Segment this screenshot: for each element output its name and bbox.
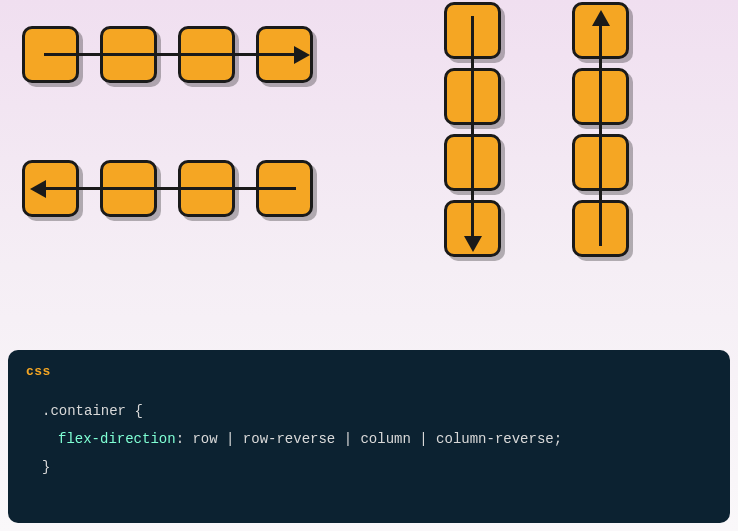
arrow-down (471, 16, 474, 238)
arrow-right (44, 53, 296, 56)
arrow-left (44, 187, 296, 190)
code-semicolon: ; (554, 431, 562, 447)
code-values: row | row-reverse | column | column-reve… (192, 431, 553, 447)
code-colon: : (176, 431, 184, 447)
code-selector: .container (42, 403, 126, 419)
code-close-brace: } (42, 459, 50, 475)
arrow-up (599, 24, 602, 246)
code-open-brace: { (134, 403, 142, 419)
code-language-label: css (26, 364, 712, 379)
code-content: .container { flex-direction: row | row-r… (26, 397, 712, 481)
arrowhead-right-icon (294, 46, 310, 64)
arrowhead-left-icon (30, 180, 46, 198)
code-property: flex-direction (58, 431, 176, 447)
arrowhead-up-icon (592, 10, 610, 26)
code-block: css .container { flex-direction: row | r… (8, 350, 730, 523)
flex-direction-diagram (0, 0, 738, 345)
arrowhead-down-icon (464, 236, 482, 252)
